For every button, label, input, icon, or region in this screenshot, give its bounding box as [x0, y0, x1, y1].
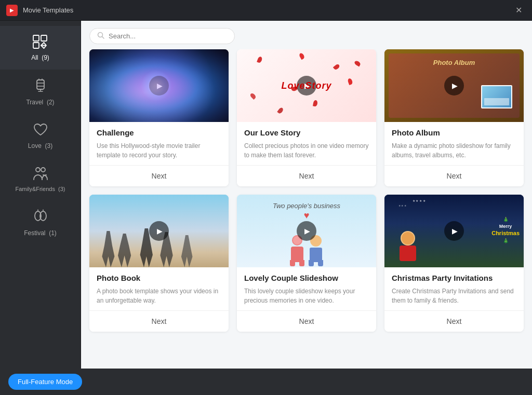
- next-button-photoalbum[interactable]: Next: [384, 165, 524, 186]
- svg-rect-2: [33, 43, 39, 48]
- sidebar-all-label: All (9): [31, 54, 49, 61]
- bottom-bar: Full-Feature Mode: [0, 369, 532, 395]
- sidebar-item-festival[interactable]: Festival (1): [0, 200, 81, 245]
- card-desc-challenge: Use this Hollywood-style movie trailer t…: [97, 141, 221, 160]
- card-body-challenge: Challenge Use this Hollywood-style movie…: [89, 122, 229, 160]
- sidebar-item-family[interactable]: Family&Friends (3): [0, 158, 81, 200]
- album-photo: [481, 85, 512, 108]
- card-desc-photobook: A photo book template shows your videos …: [97, 287, 221, 305]
- templates-grid: Challenge Use this Hollywood-style movie…: [81, 49, 532, 369]
- card-title-christmas: Christmas Party Invitations: [392, 274, 516, 282]
- svg-rect-1: [41, 35, 47, 41]
- svg-line-17: [102, 37, 104, 39]
- sidebar-travel-label: Travel (2): [26, 99, 54, 106]
- couple-title-text: Two people's business: [273, 202, 340, 210]
- play-button-christmas[interactable]: [444, 221, 464, 241]
- search-input[interactable]: [109, 32, 212, 40]
- card-thumbnail-coupleshow: Two people's business: [237, 195, 376, 267]
- card-desc-photoalbum: Make a dynamic photo slideshow for famil…: [392, 141, 516, 160]
- search-bar: [89, 28, 235, 44]
- next-button-lovestory[interactable]: Next: [237, 165, 376, 186]
- template-card-lovestory: LoveStory Our Love Story Collect preciou…: [237, 49, 376, 186]
- sidebar-festival-label: Festival (1): [24, 229, 57, 237]
- travel-icon: [33, 78, 48, 96]
- card-body-coupleshow: Lovely Couple Slideshow This lovely coup…: [237, 267, 376, 305]
- template-card-coupleshow: Two people's business: [237, 195, 376, 332]
- next-button-challenge[interactable]: Next: [89, 165, 229, 186]
- full-feature-button[interactable]: Full-Feature Mode: [8, 374, 82, 390]
- card-thumbnail-challenge: [89, 49, 229, 122]
- sidebar-item-love[interactable]: Love (3): [0, 114, 81, 158]
- christmas-text: 🎄 Merry Christmas 🎄: [491, 216, 520, 244]
- search-icon: [97, 32, 104, 40]
- play-button-photobook[interactable]: [149, 221, 169, 241]
- play-button-coupleshow[interactable]: [297, 221, 316, 241]
- card-thumbnail-photoalbum: Photo Album: [384, 49, 524, 122]
- sidebar-item-travel[interactable]: Travel (2): [0, 70, 81, 114]
- card-thumbnail-lovestory: LoveStory: [237, 49, 376, 122]
- card-title-photoalbum: Photo Album: [392, 128, 516, 137]
- play-button-photoalbum[interactable]: [444, 76, 464, 96]
- card-body-photobook: Photo Book A photo book template shows y…: [89, 267, 229, 305]
- sidebar-love-label: Love (3): [28, 142, 52, 149]
- main-layout: All (9) Travel (2): [0, 21, 532, 369]
- card-body-christmas: Christmas Party Invitations Create Chris…: [384, 267, 524, 305]
- card-body-photoalbum: Photo Album Make a dynamic photo slidesh…: [384, 122, 524, 160]
- svg-rect-0: [33, 35, 39, 41]
- svg-point-11: [41, 168, 45, 172]
- search-bar-wrap: [81, 21, 532, 49]
- sidebar-family-label: Family&Friends (3): [16, 186, 65, 192]
- svg-rect-3: [37, 80, 44, 89]
- card-title-coupleshow: Lovely Couple Slideshow: [244, 274, 369, 282]
- svg-point-10: [36, 168, 40, 172]
- card-desc-lovestory: Collect precious photos in one video mem…: [244, 141, 369, 160]
- content-area: Challenge Use this Hollywood-style movie…: [81, 21, 532, 369]
- card-thumbnail-christmas: ★ ★ ★ ★ ★ ★ ★ 🎄 Merry Christmas 🎄: [384, 195, 524, 267]
- card-title-photobook: Photo Book: [97, 274, 221, 282]
- love-icon: [33, 122, 48, 139]
- play-button-challenge[interactable]: [149, 76, 169, 96]
- album-title-text: Photo Album: [433, 59, 475, 66]
- card-thumbnail-photobook: [89, 195, 229, 267]
- card-title-lovestory: Our Love Story: [244, 128, 369, 137]
- card-body-lovestory: Our Love Story Collect precious photos i…: [237, 122, 376, 160]
- card-desc-christmas: Create Christmas Party Invitations and s…: [392, 287, 516, 305]
- next-button-photobook[interactable]: Next: [89, 310, 229, 332]
- app-logo: [6, 5, 18, 16]
- family-icon: [32, 166, 49, 183]
- close-button[interactable]: ✕: [511, 3, 526, 18]
- festival-icon: [32, 209, 49, 226]
- next-button-christmas[interactable]: Next: [384, 310, 524, 332]
- card-title-challenge: Challenge: [97, 128, 221, 137]
- template-card-photoalbum: Photo Album Photo Album Make a dynamic p…: [384, 49, 524, 186]
- sidebar: All (9) Travel (2): [0, 21, 81, 369]
- template-card-challenge: Challenge Use this Hollywood-style movie…: [89, 49, 229, 186]
- card-desc-coupleshow: This lovely couple slideshow keeps your …: [244, 287, 369, 305]
- template-card-christmas: ★ ★ ★ ★ ★ ★ ★ 🎄 Merry Christmas 🎄: [384, 195, 524, 332]
- sidebar-item-all[interactable]: All (9): [0, 26, 81, 70]
- lovestory-text: LoveStory: [281, 80, 331, 91]
- next-button-coupleshow[interactable]: Next: [237, 310, 376, 332]
- app-title: Movie Templates: [23, 6, 511, 14]
- template-card-photobook: Photo Book A photo book template shows y…: [89, 195, 229, 332]
- title-bar: Movie Templates ✕: [0, 0, 532, 21]
- all-icon: [32, 34, 49, 51]
